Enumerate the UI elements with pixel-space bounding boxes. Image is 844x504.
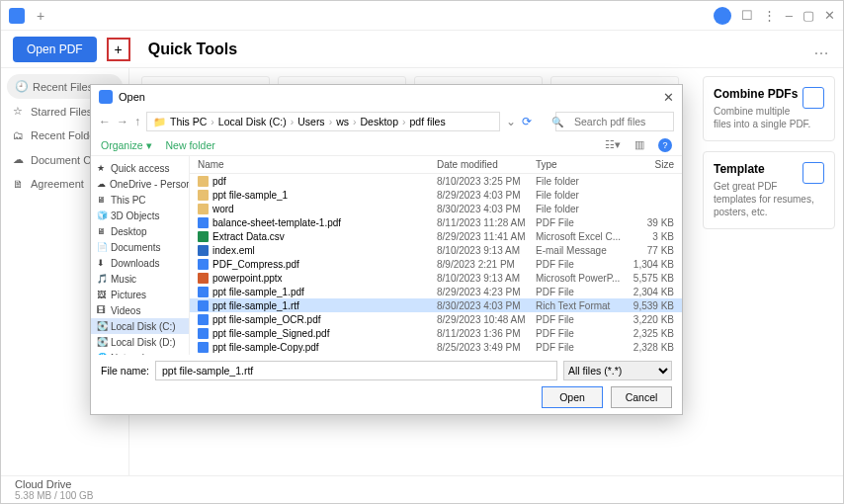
- file-row[interactable]: powerpoint.pptx8/10/2023 9:13 AMMicrosof…: [190, 271, 682, 285]
- file-size: 5,575 KB: [625, 273, 674, 284]
- cloud-drive-label[interactable]: Cloud Drive: [15, 478, 829, 490]
- storage-label: 5.38 MB / 100 GB: [15, 490, 829, 501]
- tree-item[interactable]: 🖼Pictures: [91, 287, 189, 302]
- notes-icon[interactable]: ☐: [741, 8, 753, 23]
- combine-pdfs-card[interactable]: Combine PDFs Combine multiple files into…: [703, 76, 835, 141]
- file-row[interactable]: ppt file-sample_OCR.pdf8/29/2023 10:48 A…: [190, 312, 682, 326]
- file-size: 39 KB: [625, 217, 674, 228]
- file-row[interactable]: ppt file-sample_Signed.pdf8/11/2023 1:36…: [190, 326, 682, 340]
- file-row[interactable]: Extract Data.csv8/29/2023 11:41 AMMicros…: [190, 229, 682, 243]
- file-name: ppt file-sample_1.rtf: [212, 300, 437, 311]
- dialog-close-button[interactable]: ✕: [663, 90, 674, 105]
- file-row[interactable]: PDF_Compress.pdf8/9/2023 2:21 PMPDF File…: [190, 257, 682, 271]
- tree-label: Desktop: [111, 226, 147, 237]
- breadcrumb-item[interactable]: pdf files: [410, 116, 446, 127]
- file-filter-select[interactable]: All files (*.*): [563, 361, 672, 380]
- file-name: ppt file-sample_1: [212, 190, 437, 201]
- tree-item[interactable]: ☁OneDrive - Person: [91, 176, 189, 192]
- tree-item[interactable]: ★Quick access: [91, 160, 189, 176]
- file-type: Rich Text Format: [536, 300, 625, 311]
- col-type[interactable]: Type: [536, 159, 625, 170]
- tree-item[interactable]: 💽Local Disk (D:): [91, 334, 189, 350]
- view-menu-icon[interactable]: ☷▾: [605, 138, 621, 151]
- up-button[interactable]: ↑: [134, 115, 140, 128]
- file-row[interactable]: ppt file-sample_18/29/2023 4:03 PMFile f…: [190, 188, 682, 202]
- tree-item[interactable]: 🧊3D Objects: [91, 208, 189, 223]
- file-date: 8/30/2023 4:03 PM: [437, 204, 536, 214]
- file-size: 77 KB: [625, 245, 674, 256]
- new-tab-button[interactable]: +: [37, 8, 44, 24]
- col-name[interactable]: Name: [198, 159, 437, 170]
- file-type-icon: [198, 273, 209, 284]
- maximize-button[interactable]: ▢: [802, 8, 814, 23]
- menu-icon[interactable]: ⋮: [763, 8, 776, 23]
- sidebar-item-label: Starred Files: [31, 106, 92, 118]
- breadcrumb-item[interactable]: Local Disk (C:): [218, 116, 287, 127]
- open-pdf-button[interactable]: Open PDF: [13, 37, 97, 62]
- file-row[interactable]: word8/30/2023 4:03 PMFile folder: [190, 202, 682, 215]
- tree-item[interactable]: 🖥This PC: [91, 192, 189, 208]
- filename-label: File name:: [101, 365, 149, 377]
- file-type: File folder: [536, 204, 625, 214]
- folder-tree: ★Quick access☁OneDrive - Person🖥This PC🧊…: [91, 156, 190, 355]
- overflow-menu-button[interactable]: …: [813, 41, 831, 58]
- search-input[interactable]: [555, 112, 674, 131]
- file-row[interactable]: ppt file-sample-Copy.pdf8/25/2023 3:49 P…: [190, 340, 682, 354]
- file-row[interactable]: balance-sheet-template-1.pdf8/11/2023 11…: [190, 215, 682, 229]
- col-size[interactable]: Size: [625, 159, 674, 170]
- page-title: Quick Tools: [148, 41, 237, 58]
- template-icon: [802, 162, 824, 184]
- file-row[interactable]: index.eml8/10/2023 9:13 AME-mail Message…: [190, 243, 682, 257]
- breadcrumb-item[interactable]: This PC: [170, 116, 207, 127]
- card-desc: Get great PDF templates for resumes, pos…: [714, 180, 824, 218]
- file-type: PDF File: [536, 328, 625, 339]
- file-row[interactable]: pdf8/10/2023 3:25 PMFile folder: [190, 174, 682, 188]
- file-date: 8/30/2023 4:03 PM: [437, 300, 536, 311]
- file-type: PDF File: [536, 217, 625, 228]
- filename-input[interactable]: [155, 361, 557, 380]
- tree-icon: ☁: [97, 179, 106, 189]
- forward-button[interactable]: →: [117, 115, 128, 128]
- file-row[interactable]: ppt file-sample_1.pdf8/29/2023 4:23 PMPD…: [190, 285, 682, 298]
- tree-icon: 🖼: [97, 290, 107, 299]
- user-avatar-icon[interactable]: [714, 7, 731, 25]
- organize-menu[interactable]: Organize ▾: [101, 139, 152, 151]
- file-date: 8/11/2023 1:36 PM: [437, 328, 536, 339]
- tree-label: OneDrive - Person: [110, 179, 189, 190]
- tree-item[interactable]: 🎞Videos: [91, 302, 189, 318]
- breadcrumb-item[interactable]: Users: [297, 116, 324, 127]
- tree-item[interactable]: 🖥Desktop: [91, 223, 189, 239]
- open-button[interactable]: Open: [542, 386, 603, 408]
- template-card[interactable]: Template Get great PDF templates for res…: [703, 151, 835, 229]
- path-dropdown-button[interactable]: ⌄: [506, 115, 516, 128]
- tree-icon: 💽: [97, 321, 107, 331]
- refresh-button[interactable]: ⟳: [522, 115, 532, 128]
- help-icon[interactable]: ?: [658, 138, 672, 152]
- breadcrumb-item[interactable]: ws: [336, 116, 349, 127]
- col-date[interactable]: Date modified: [437, 159, 536, 170]
- column-headers: Name Date modified Type Size: [190, 156, 682, 174]
- tree-item[interactable]: 🎵Music: [91, 271, 189, 287]
- add-file-button[interactable]: +: [107, 38, 130, 61]
- minimize-button[interactable]: –: [786, 8, 793, 23]
- dialog-path-bar: ← → ↑ 📁 This PC›Local Disk (C:)›Users›ws…: [91, 109, 682, 134]
- breadcrumb-item[interactable]: Desktop: [360, 116, 398, 127]
- file-date: 8/25/2023 3:49 PM: [437, 342, 536, 353]
- back-button[interactable]: ←: [99, 115, 111, 128]
- file-type-icon: [198, 328, 209, 339]
- file-type-icon: [198, 204, 209, 214]
- preview-pane-icon[interactable]: ▥: [634, 138, 644, 151]
- tree-item[interactable]: 💽Local Disk (C:): [91, 318, 189, 334]
- breadcrumb[interactable]: 📁 This PC›Local Disk (C:)›Users›ws›Deskt…: [146, 112, 500, 131]
- tree-item[interactable]: 📄Documents: [91, 239, 189, 255]
- cancel-button[interactable]: Cancel: [611, 386, 672, 408]
- close-button[interactable]: ✕: [824, 8, 835, 23]
- new-folder-button[interactable]: New folder: [166, 139, 215, 151]
- tree-icon: 🖥: [97, 226, 107, 236]
- tree-label: Music: [111, 274, 136, 285]
- tree-label: 3D Objects: [111, 210, 159, 221]
- file-date: 8/10/2023 3:25 PM: [437, 176, 536, 187]
- file-row[interactable]: ppt file-sample_1.rtf8/30/2023 4:03 PMRi…: [190, 298, 682, 312]
- tree-item[interactable]: ⬇Downloads: [91, 255, 189, 271]
- file-type: PDF File: [536, 259, 625, 270]
